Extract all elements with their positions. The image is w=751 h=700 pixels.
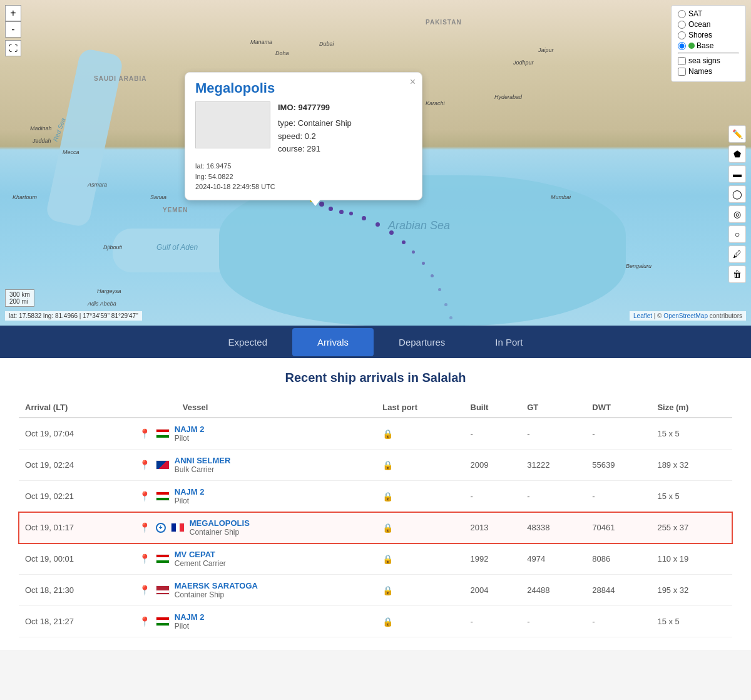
cell-built: 2004 [464,575,521,606]
vessel-name-link[interactable]: MAERSK SARATOGA [175,581,258,590]
map-type-sat-radio[interactable] [678,10,686,18]
pin-icon: 📍 [139,616,151,627]
tab-bar: Expected Arrivals Departures In Port [0,326,751,358]
cell-size: 189 x 32 [651,450,732,481]
map-type-controls: SAT Ocean Shores Base sea signs Names [671,5,746,82]
cell-vessel: 📍 NAJM 2 Pilot [133,606,377,637]
map-type-base[interactable]: Base [678,41,739,50]
cell-vessel: 📍 + MEGALOPOLIS Container Ship [133,512,377,543]
cell-gt: - [521,418,586,450]
names-checkbox[interactable] [678,68,686,76]
tab-arrivals[interactable]: Arrivals [292,328,374,356]
cell-gt: 31222 [521,450,586,481]
flag-icon [171,523,185,532]
col-dwt: DWT [586,398,651,418]
circle-icon[interactable]: ◯ [728,185,746,203]
vessel-name-link[interactable]: NAJM 2 [175,425,205,434]
cell-built: 1992 [464,543,521,575]
table-row[interactable]: Oct 18, 21:30 📍 MAERSK SARATOGA Containe… [19,575,732,606]
cell-size: 15 x 5 [651,418,732,450]
col-built: Built [464,398,521,418]
lock-icon: 🔒 [382,585,393,595]
cell-last-port: 🔒 [376,450,464,481]
flag-icon [156,492,170,501]
table-row[interactable]: Oct 19, 00:01 📍 MV CEPAT Cement Carrier … [19,543,732,575]
map-type-shores-radio[interactable] [678,31,686,39]
col-size: Size (m) [651,398,732,418]
map-type-ocean[interactable]: Ocean [678,20,739,29]
lock-icon: 🔒 [382,492,393,502]
map-type-ocean-radio[interactable] [678,21,686,29]
cell-size: 195 x 32 [651,575,732,606]
location-icon[interactable]: ◎ [728,205,746,223]
cell-arrival: Oct 19, 00:01 [19,543,133,575]
table-title: Recent ship arrivals in Salalah [19,371,732,385]
cell-arrival: Oct 19, 07:04 [19,418,133,450]
map-type-shores[interactable]: Shores [678,31,739,39]
cell-gt: 48338 [521,512,586,543]
tab-in-port[interactable]: In Port [470,328,548,356]
plus-badge: + [156,523,166,533]
cell-built: 2013 [464,512,521,543]
cell-last-port: 🔒 [376,418,464,450]
tab-expected[interactable]: Expected [203,328,293,356]
flag-icon [156,429,170,438]
cell-size: 110 x 19 [651,543,732,575]
col-last-port: Last port [376,398,464,418]
map-type-base-radio[interactable] [678,42,686,50]
edit-icon[interactable]: ✏️ [728,125,746,143]
lock-icon: 🔒 [382,460,393,470]
map-toggle-sea-signs[interactable]: sea signs [678,56,739,65]
tab-departures[interactable]: Departures [374,328,470,356]
table-row[interactable]: Oct 19, 02:24 📍 ANNI SELMER Bulk Carrier… [19,450,732,481]
cell-built: - [464,418,521,450]
highlighted-row[interactable]: Oct 19, 01:17 📍 + MEGALOPOLIS Container … [19,512,732,543]
scale-mi: 200 mi [9,298,30,305]
cell-last-port: 🔒 [376,606,464,637]
cell-dwt: 28844 [586,575,651,606]
lock-icon: 🔒 [382,523,393,533]
table-row[interactable]: Oct 18, 21:27 📍 NAJM 2 Pilot 🔒 - - - 15 … [19,606,732,637]
cell-vessel: 📍 ANNI SELMER Bulk Carrier [133,450,377,481]
vessel-name-link[interactable]: NAJM 2 [175,487,205,497]
vessel-type: Cement Carrier [175,559,226,568]
cell-arrival: Oct 19, 01:17 [19,512,133,543]
sea-signs-checkbox[interactable] [678,57,686,65]
zoom-controls: + - ⛶ [5,5,21,56]
delete-icon[interactable]: 🗑 [728,265,746,283]
popup-timestamp: 2024-10-18 22:49:58 UTC [195,182,412,192]
table-row[interactable]: Oct 19, 02:21 📍 NAJM 2 Pilot 🔒 - - - 15 … [19,481,732,512]
lock-icon: 🔒 [382,429,393,439]
map-type-sat[interactable]: SAT [678,9,739,18]
pin-icon: 📍 [139,428,151,440]
cell-last-port: 🔒 [376,512,464,543]
cell-last-port: 🔒 [376,575,464,606]
zoom-in-button[interactable]: + [5,5,21,21]
osm-link[interactable]: OpenStreetMap [663,312,708,319]
cell-vessel: 📍 MV CEPAT Cement Carrier [133,543,377,575]
flag-icon [156,585,170,595]
base-label: Base [697,41,713,50]
arrivals-table: Arrival (LT) Vessel Last port Built GT D… [19,398,732,637]
leaflet-link[interactable]: Leaflet [633,312,652,319]
cell-dwt: - [586,606,651,637]
vessel-name-link[interactable]: MV CEPAT [175,550,215,559]
draw-icon[interactable]: 🖊 [728,245,746,263]
rectangle-icon[interactable]: ▬ [728,165,746,183]
fullscreen-button[interactable]: ⛶ [5,40,21,56]
map-toggle-names[interactable]: Names [678,67,739,76]
ring-icon[interactable]: ○ [728,225,746,243]
cell-gt: 4974 [521,543,586,575]
vessel-name-link[interactable]: MEGALOPOLIS [190,518,250,528]
zoom-out-button[interactable]: - [5,21,21,38]
cell-dwt: 55639 [586,450,651,481]
cell-arrival: Oct 18, 21:27 [19,606,133,637]
pentagon-icon[interactable]: ⬟ [728,145,746,163]
map[interactable]: SAUDI ARABIA PAKISTAN YEMEN Arabian Sea … [0,0,751,326]
flag-icon [156,554,170,564]
col-gt: GT [521,398,586,418]
vessel-name-link[interactable]: NAJM 2 [175,612,205,622]
vessel-name-link[interactable]: ANNI SELMER [175,456,231,465]
popup-close-button[interactable]: × [410,76,416,88]
table-row[interactable]: Oct 19, 07:04 📍 NAJM 2 Pilot 🔒 - - - 15 … [19,418,732,450]
